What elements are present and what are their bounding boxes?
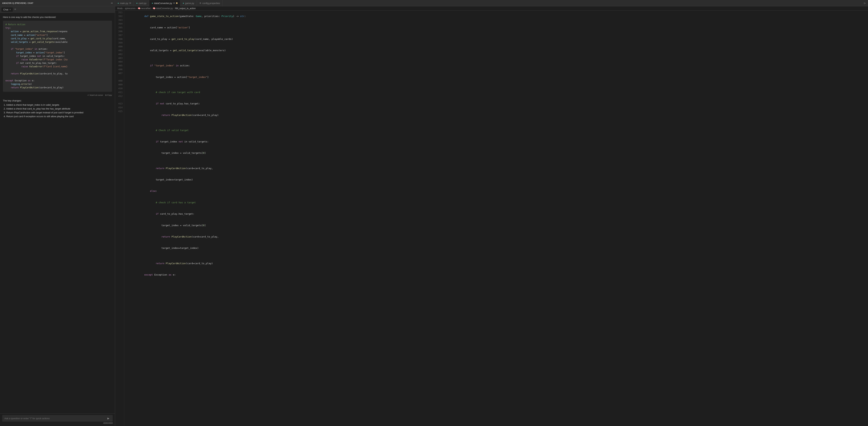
tab-label: main.py <box>120 2 128 5</box>
tab-label: card.py <box>138 2 147 5</box>
breadcrumb-sep: › <box>151 7 152 10</box>
code-line: except Exception as e: <box>5 79 110 82</box>
run-button[interactable]: ▷ <box>862 1 868 5</box>
line-num <box>117 98 123 102</box>
line-num: 392 <box>117 15 123 18</box>
token-count: 4000/4000 <box>2 422 113 425</box>
code-line <box>127 83 868 87</box>
line-num: 405 <box>117 64 123 68</box>
chat-intro-text: Here is one way to add the checks you me… <box>3 16 112 19</box>
line-num: 403 <box>117 56 123 60</box>
breadcrumb-spirecomm[interactable]: spirecomm <box>125 7 135 10</box>
code-line: # check if card has a target <box>127 197 868 208</box>
line-num: 402 <box>117 53 123 56</box>
line-num: 399 <box>117 41 123 45</box>
code-line: def game_state_to_action(gameState: Game… <box>127 10 868 22</box>
tab-add-icon[interactable]: + <box>13 8 17 11</box>
code-line: target_index = valid_targets[0] <box>127 220 868 231</box>
change-item-2: 2. Added a check that card_to_play has t… <box>3 107 112 110</box>
code-line: valid_targets = get_valid_targets(availa… <box>5 40 110 44</box>
code-line: if target_index not in valid_targets: <box>5 55 110 58</box>
line-numbers: 311 392 393 394 395 396 397 398 399 400 … <box>115 10 124 426</box>
chat-content: Here is one way to add the checks you me… <box>0 13 115 414</box>
code-line: target_index = valid_targets[0] <box>127 147 868 159</box>
change-item-1: 1. Added a check that target_index is in… <box>3 104 112 106</box>
tab-config-properties[interactable]: ⚙ config.properties <box>197 0 223 6</box>
code-line: if "target_index" in action: <box>5 47 110 51</box>
code-line: raise ValueError(f"Card {card_name} <box>5 65 110 68</box>
tab-label: dataConverter.py <box>154 2 172 5</box>
code-line: card_to_play = get_card_to_play(card_nam… <box>127 33 868 45</box>
tab-main-py[interactable]: ● main.py M <box>115 0 134 6</box>
chat-input-wrapper: ▶ <box>2 415 113 422</box>
change-item-4: 4. Return just card if exception occurs … <box>3 115 112 118</box>
line-num: 401 <box>117 49 123 53</box>
tab-label: config.properties <box>203 2 220 5</box>
tab-close-icon[interactable]: × <box>9 8 11 11</box>
panel-header-actions[interactable]: ⋯ <box>111 1 113 5</box>
code-line: try: <box>5 26 110 30</box>
copy-button[interactable]: ⧉ Copy <box>105 94 112 96</box>
send-button[interactable]: ▶ <box>106 417 111 420</box>
tab-card-py[interactable]: ● card.py <box>134 0 149 6</box>
code-line <box>5 76 110 79</box>
breadcrumb-function[interactable]: NN_output_to_action <box>175 7 196 10</box>
tab-game-py[interactable]: ● game.py <box>180 0 197 6</box>
code-line: action = parse_action_from_response(resp… <box>5 30 110 33</box>
gear-icon: ⚙ <box>199 2 201 4</box>
code-line: return PlayCardAction(card=card_to_play, <box>127 231 868 243</box>
line-num: 409 <box>117 83 123 87</box>
code-line <box>127 159 868 163</box>
more-icon[interactable]: ⋯ <box>111 1 113 5</box>
code-line: logging.error(e) <box>5 82 110 86</box>
code-line <box>5 68 110 72</box>
py-icon: ● <box>118 2 119 4</box>
chat-input[interactable] <box>4 417 105 420</box>
line-num: 414 <box>117 106 123 110</box>
chat-tab[interactable]: Chat × <box>1 7 13 12</box>
breadcrumb-sep: › <box>136 7 137 10</box>
breadcrumb-neuralnet[interactable]: 🧠 neuralNet <box>138 7 151 10</box>
code-line: raise ValueError(f"Target index {ta <box>5 58 110 61</box>
breadcrumb-dataconverter[interactable]: 🧠 dataConverter.py <box>153 7 173 10</box>
code-line: card_name = action["action"] <box>5 33 110 37</box>
breadcrumb: Mods › spirecomm › 🧠 neuralNet › 🧠 dataC… <box>115 6 868 10</box>
unsaved-dot <box>176 2 178 4</box>
line-num <box>117 75 123 79</box>
breadcrumb-mods[interactable]: Mods <box>117 7 123 10</box>
line-num: 406 <box>117 68 123 72</box>
line-num: 412 <box>117 94 123 98</box>
code-line: if not card_to_play.has_target: <box>127 98 868 109</box>
change-item-3: 3. Return PlayCardAction with target ins… <box>3 111 112 114</box>
code-line: return PlayCardAction(card=card_to_play) <box>127 258 868 269</box>
code-line: return PlayCardAction(card=card_to_play) <box>127 110 868 121</box>
code-line: if not card_to_play.has_target: <box>5 61 110 65</box>
tab-badge-m: M <box>129 2 131 4</box>
code-line: return PlayCardAction(card=card_to_play,… <box>5 72 110 76</box>
code-line: except Exception as e: <box>127 269 868 281</box>
code-line: return PlayCardAction(card=card_to_play, <box>127 163 868 174</box>
code-line <box>127 121 868 125</box>
code-line: if "target_index" in action: <box>127 60 868 71</box>
chat-panel: AMAZON Q (PREVIEW): CHAT ⋯ Chat × + Here… <box>0 0 115 426</box>
code-line: valid_targets = get_valid_targets(availa… <box>127 45 868 56</box>
insert-at-cursor-button[interactable]: ↵ Insert at cursor <box>88 94 103 96</box>
code-line: target_index = action["target_index"] <box>5 51 110 55</box>
line-num: 395 <box>117 26 123 30</box>
code-line: if card_to_play.has_target: <box>127 208 868 220</box>
tab-dataconverter-py[interactable]: ● dataConverter.py M <box>149 0 180 6</box>
py-icon: ● <box>152 2 153 4</box>
code-line <box>127 56 868 60</box>
line-num: 413 <box>117 102 123 106</box>
code-line: card_to_play = get_card_to_play(card_nam… <box>5 37 110 40</box>
changes-list: 1. Added a check that target_index is in… <box>3 104 112 118</box>
py-icon: ● <box>136 2 137 4</box>
breadcrumb-sep: › <box>123 7 124 10</box>
tab-label: game.py <box>185 2 194 5</box>
code-line <box>127 254 868 258</box>
code-editor: 311 392 393 394 395 396 397 398 399 400 … <box>115 10 868 426</box>
code-line: return PlayCardAction(card=card_to_play) <box>5 86 110 89</box>
code-line: # check if can target with card <box>127 87 868 98</box>
breadcrumb-sep: › <box>174 7 174 10</box>
code-block: # Return Action try: action = parse_acti… <box>3 21 112 92</box>
